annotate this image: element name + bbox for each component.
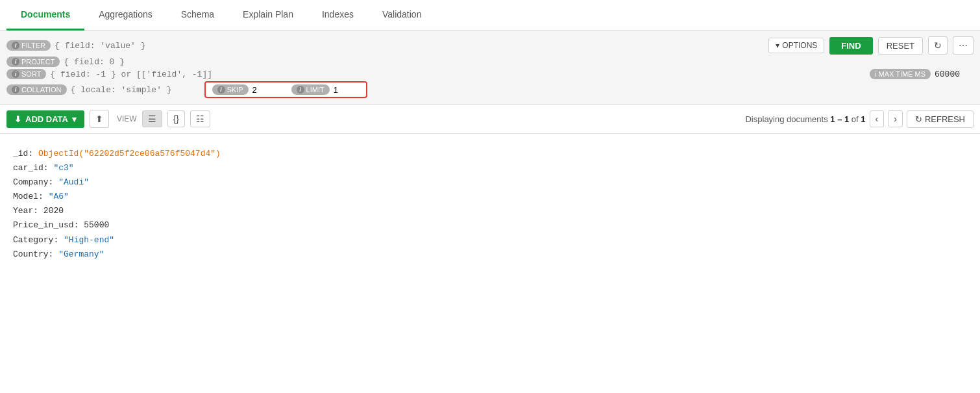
skip-item: i SKIP: [212, 84, 278, 95]
refresh-icon: ↻: [915, 114, 922, 124]
doc-price-field: Price_in_usd: 55000: [13, 218, 967, 233]
limit-input[interactable]: [334, 85, 360, 95]
project-input[interactable]: [64, 57, 974, 67]
history-button[interactable]: ↻: [928, 36, 948, 55]
max-time-badge: i MAX TIME MS: [870, 69, 931, 79]
collation-info-icon: i: [12, 86, 19, 94]
more-options-button[interactable]: ⋯: [953, 36, 974, 55]
limit-label: LIMIT: [306, 86, 325, 94]
query-actions: ▾ OPTIONS FIND RESET ↻ ⋯: [768, 36, 974, 55]
max-time-info-icon: i: [875, 70, 876, 78]
add-data-button[interactable]: ⬇ ADD DATA ▾: [6, 110, 84, 128]
filter-row: i FILTER ▾ OPTIONS FIND RESET ↻ ⋯: [6, 36, 974, 55]
document-area: _id: ObjectId("62202d5f2ce06a576f5047d4"…: [0, 134, 980, 275]
toolbar-right: Displaying documents 1 – 1 of 1 ‹ › ↻ RE…: [745, 110, 974, 128]
doc-price-key: Price_in_usd: [13, 220, 74, 230]
add-data-chevron-icon: ▾: [72, 114, 77, 124]
project-badge: i PROJECT: [6, 57, 60, 67]
doc-company-key: Company: [13, 177, 49, 187]
doc-car-id-field: car_id: "c3": [13, 161, 967, 175]
refresh-label: REFRESH: [925, 114, 965, 124]
doc-category-value: "High-end": [64, 235, 114, 245]
tab-documents[interactable]: Documents: [6, 0, 84, 31]
doc-year-value: 2020: [43, 206, 64, 216]
doc-company-value: "Audi": [58, 177, 89, 187]
prev-page-button[interactable]: ‹: [870, 110, 885, 127]
tab-validation[interactable]: Validation: [368, 0, 435, 31]
doc-country-value: "Germany": [58, 249, 104, 259]
download-icon: ⬇: [14, 114, 21, 124]
dropdown-icon: ▾: [776, 41, 779, 50]
options-label: OPTIONS: [782, 41, 817, 50]
skip-info-icon: i: [217, 86, 225, 94]
doc-category-key: Category: [13, 235, 53, 245]
reset-button[interactable]: RESET: [878, 37, 923, 55]
pager-info: Displaying documents 1 – 1 of 1: [745, 114, 865, 124]
doc-model-value: "A6": [49, 192, 69, 201]
next-page-button[interactable]: ›: [888, 110, 903, 127]
add-data-label: ADD DATA: [25, 114, 68, 124]
collation-label: COLLATION: [21, 86, 62, 94]
collation-row: i COLLATION i SKIP i LIMIT: [6, 81, 974, 98]
pager-range: 1 – 1: [830, 114, 851, 124]
filter-input[interactable]: [55, 41, 765, 51]
pager-of: of: [851, 114, 859, 124]
limit-badge: i LIMIT: [291, 84, 330, 95]
view-json-button[interactable]: {}: [167, 110, 185, 127]
skip-label: SKIP: [227, 86, 243, 94]
doc-year-key: Year: [13, 206, 33, 216]
limit-info-icon: i: [297, 86, 304, 94]
sort-badge: i SORT: [6, 69, 46, 79]
filter-label: FILTER: [21, 42, 45, 49]
doc-category-field: Category: "High-end": [13, 233, 967, 247]
find-button[interactable]: FIND: [829, 37, 872, 55]
tab-indexes[interactable]: Indexes: [308, 0, 368, 31]
tab-aggregations[interactable]: Aggregations: [84, 0, 167, 31]
project-label: PROJECT: [21, 58, 55, 66]
doc-model-field: Model: "A6": [13, 190, 967, 204]
refresh-button[interactable]: ↻ REFRESH: [907, 110, 974, 128]
doc-country-field: Country: "Germany": [13, 247, 967, 262]
sort-input[interactable]: [50, 70, 866, 79]
tab-explain-plan[interactable]: Explain Plan: [228, 0, 308, 31]
max-time-input[interactable]: [935, 70, 974, 79]
sort-info-icon: i: [12, 70, 19, 78]
pager-text: Displaying documents: [745, 114, 827, 124]
sort-row: i SORT i MAX TIME MS: [6, 69, 974, 79]
doc-car-id-value: "c3": [53, 163, 73, 173]
doc-year-field: Year: 2020: [13, 204, 967, 218]
limit-item: i LIMIT: [291, 84, 360, 95]
doc-id-key: _id: [13, 149, 28, 158]
tab-schema[interactable]: Schema: [167, 0, 228, 31]
view-list-button[interactable]: ☰: [142, 110, 162, 127]
view-label: VIEW: [117, 114, 137, 123]
doc-id-field: _id: ObjectId("62202d5f2ce06a576f5047d4"…: [13, 147, 967, 161]
skip-badge: i SKIP: [212, 84, 249, 95]
query-bar: i FILTER ▾ OPTIONS FIND RESET ↻ ⋯ i PROJ…: [0, 31, 980, 105]
doc-company-field: Company: "Audi": [13, 175, 967, 190]
project-row: i PROJECT: [6, 57, 974, 67]
project-info-icon: i: [12, 58, 19, 66]
filter-badge: i FILTER: [6, 40, 51, 51]
doc-model-key: Model: [13, 192, 38, 201]
collation-badge: i COLLATION: [6, 84, 67, 95]
filter-info-icon: i: [12, 42, 19, 49]
doc-country-key: Country: [13, 249, 49, 259]
doc-car-id-key: car_id: [13, 163, 43, 173]
collation-input[interactable]: [71, 85, 201, 95]
tabs-bar: Documents Aggregations Schema Explain Pl…: [0, 0, 980, 31]
max-time-label: MAX TIME MS: [878, 70, 925, 78]
doc-id-value: ObjectId("62202d5f2ce06a576f5047d4"): [38, 149, 221, 158]
sort-label: SORT: [21, 70, 41, 78]
options-button[interactable]: ▾ OPTIONS: [768, 38, 824, 53]
skip-limit-box: i SKIP i LIMIT: [204, 81, 367, 98]
doc-price-value: 55000: [84, 220, 109, 230]
toolbar: ⬇ ADD DATA ▾ ⬆ VIEW ☰ {} ☷ Displaying do…: [0, 105, 980, 134]
pager-total: 1: [861, 114, 865, 124]
skip-input[interactable]: [252, 85, 278, 95]
export-button[interactable]: ⬆: [90, 110, 109, 128]
view-table-button[interactable]: ☷: [190, 110, 210, 127]
